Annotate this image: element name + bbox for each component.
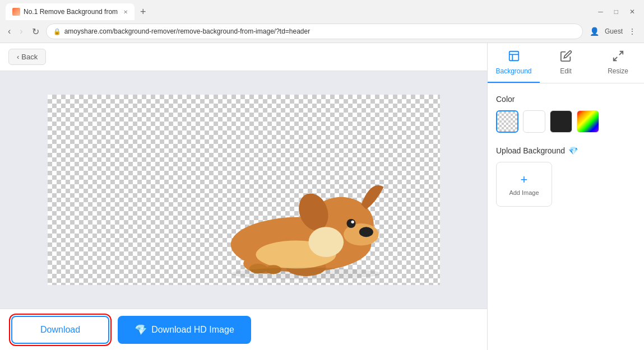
right-panel: Background Edit Resize Color (487, 43, 644, 350)
left-panel: ‹ Back (0, 43, 487, 350)
resize-tab-icon (612, 50, 624, 65)
address-text: amoyshare.com/background-remover/remove-… (64, 27, 576, 35)
tab-edit-label: Edit (560, 67, 572, 75)
tab-bar: No.1 Remove Background from ✕ + (6, 3, 151, 20)
tab-edit[interactable]: Edit (540, 43, 592, 83)
swatch-transparent[interactable] (496, 110, 518, 133)
back-button[interactable]: ‹ Back (8, 49, 46, 65)
image-canvas (48, 95, 440, 285)
download-hd-label: Download HD Image (151, 325, 234, 335)
add-image-label: Add Image (509, 189, 539, 196)
color-section-label: Color (496, 95, 636, 104)
address-bar: ‹ › ↻ 🔒 amoyshare.com/background-remover… (0, 20, 644, 43)
tab-background-label: Background (495, 67, 531, 75)
nav-refresh-btn[interactable]: ↻ (30, 25, 41, 38)
more-btn[interactable]: ⋮ (626, 26, 638, 37)
svg-point-3 (359, 227, 373, 237)
dog-image (206, 134, 396, 285)
nav-forward-btn[interactable]: › (17, 25, 25, 38)
lock-icon: 🔒 (53, 28, 61, 35)
checker-background (48, 95, 440, 285)
download-button[interactable]: Download (11, 316, 109, 344)
tab-title: No.1 Remove Background from (24, 8, 118, 16)
title-bar: No.1 Remove Background from ✕ + ─ □ ✕ (0, 0, 644, 20)
profile-btn[interactable]: 👤 (587, 26, 601, 37)
browser-chrome: No.1 Remove Background from ✕ + ─ □ ✕ ‹ … (0, 0, 644, 43)
svg-point-13 (230, 268, 381, 279)
active-tab[interactable]: No.1 Remove Background from ✕ (6, 3, 135, 20)
add-image-plus-icon: + (521, 172, 528, 187)
svg-point-4 (346, 219, 355, 228)
add-image-box[interactable]: + Add Image (496, 162, 552, 207)
tab-resize-label: Resize (608, 67, 628, 75)
tab-background[interactable]: Background (488, 43, 540, 83)
address-input[interactable]: 🔒 amoyshare.com/background-remover/remov… (46, 24, 583, 39)
nav-back-btn[interactable]: ‹ (6, 25, 13, 38)
svg-rect-14 (509, 52, 518, 61)
background-tab-icon (508, 50, 520, 65)
back-label: Back (21, 53, 38, 61)
guest-label: Guest (605, 27, 623, 35)
download-hd-button[interactable]: 💎 Download HD Image (118, 316, 251, 344)
back-chevron-icon: ‹ (17, 53, 19, 61)
app-layout: ‹ Back (0, 43, 644, 350)
win-close[interactable]: ✕ (626, 7, 638, 17)
window-controls: ─ □ ✕ (595, 7, 638, 17)
upload-bg-label: Upload Background 💎 (496, 146, 636, 155)
tab-resize[interactable]: Resize (592, 43, 644, 83)
color-swatches (496, 110, 636, 133)
premium-icon: 💎 (568, 146, 578, 155)
diamond-icon: 💎 (135, 324, 147, 336)
right-content: Color Upload Background 💎 + Add Image (488, 83, 644, 350)
edit-tab-icon (560, 50, 572, 65)
upload-bg-text: Upload Background (496, 146, 565, 155)
svg-point-5 (351, 221, 354, 223)
canvas-area (0, 71, 487, 309)
swatch-white[interactable] (523, 110, 545, 133)
svg-point-10 (308, 227, 344, 257)
svg-line-17 (619, 52, 622, 55)
win-minimize[interactable]: ─ (595, 7, 606, 17)
tab-close-btn[interactable]: ✕ (123, 9, 128, 15)
bottom-toolbar: Download 💎 Download HD Image (0, 309, 487, 350)
svg-line-18 (613, 57, 617, 60)
win-maximize[interactable]: □ (611, 7, 622, 17)
browser-menu: 👤 Guest ⋮ (587, 26, 638, 37)
top-toolbar: ‹ Back (0, 43, 487, 71)
swatch-black[interactable] (550, 110, 572, 133)
right-tabs: Background Edit Resize (488, 43, 644, 83)
tab-favicon (12, 8, 20, 16)
new-tab-btn[interactable]: + (136, 5, 151, 19)
swatch-rainbow[interactable] (577, 110, 599, 133)
